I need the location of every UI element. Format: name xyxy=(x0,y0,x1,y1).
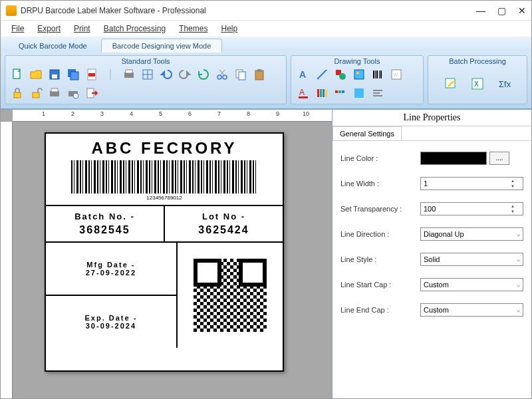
barcode-tool-icon[interactable] xyxy=(370,66,386,82)
shape-tool-icon[interactable] xyxy=(332,66,348,82)
qr-code xyxy=(194,259,267,332)
ribbon-group-label: Batch Processing xyxy=(432,57,523,66)
svg-rect-34 xyxy=(373,70,374,78)
batch-edit-icon[interactable] xyxy=(439,72,463,96)
format-icon[interactable] xyxy=(370,85,386,101)
line-style-label: Line Style : xyxy=(340,255,420,263)
line-startcap-select[interactable]: Custom⌵ xyxy=(420,278,523,291)
svg-rect-20 xyxy=(257,69,261,72)
grid-icon[interactable] xyxy=(140,66,156,82)
export-pdf-icon[interactable] xyxy=(84,66,100,82)
svg-rect-32 xyxy=(354,70,364,79)
svg-rect-45 xyxy=(323,89,325,97)
menu-print[interactable]: Print xyxy=(68,23,96,35)
batch-value: 3682545 xyxy=(49,224,161,236)
tab-general-settings[interactable]: General Settings xyxy=(332,126,402,140)
separator-icon xyxy=(102,66,118,82)
open-icon[interactable] xyxy=(28,66,44,82)
svg-rect-53 xyxy=(373,95,382,96)
canvas-area: 12345678910 ABC FECRORY 123456789012 Bat… xyxy=(1,110,332,398)
horizontal-ruler: 12345678910 xyxy=(13,110,332,122)
line-color-label: Line Color : xyxy=(340,154,420,162)
svg-text:A: A xyxy=(299,88,305,97)
lot-value: 3625424 xyxy=(168,224,280,236)
watermark-tool-icon[interactable]: W xyxy=(388,66,404,82)
save-icon[interactable] xyxy=(47,66,63,82)
menu-themes[interactable]: Themes xyxy=(174,23,213,35)
mode-tabs: Quick Barcode Mode Barcode Designing vie… xyxy=(1,37,531,53)
refresh-icon[interactable] xyxy=(196,66,211,82)
svg-rect-43 xyxy=(317,89,319,97)
properties-panel: Line Properties General Settings Line Co… xyxy=(332,110,531,398)
line-tool-icon[interactable] xyxy=(314,66,330,82)
paste-icon[interactable] xyxy=(251,66,267,82)
mfg-value: 27-09-2022 xyxy=(46,269,176,277)
svg-text:X: X xyxy=(474,80,479,88)
linear-barcode xyxy=(71,160,257,194)
tab-designing-view[interactable]: Barcode Designing view Mode xyxy=(101,39,223,53)
image-tool-icon[interactable] xyxy=(351,66,367,82)
batch-formula-icon[interactable]: Σfx xyxy=(492,72,516,96)
copy-icon[interactable] xyxy=(233,66,249,82)
app-icon xyxy=(6,5,17,16)
svg-rect-37 xyxy=(379,70,380,78)
window-title: DRPU Barcode Label Maker Software - Prof… xyxy=(21,6,476,15)
svg-text:A: A xyxy=(299,69,306,80)
new-icon[interactable] xyxy=(9,66,25,82)
unlock-icon[interactable] xyxy=(28,85,44,101)
exit-icon[interactable] xyxy=(84,85,100,101)
line-direction-select[interactable]: Diagonal Up⌵ xyxy=(420,227,523,241)
svg-rect-50 xyxy=(354,88,364,98)
menu-file[interactable]: File xyxy=(6,23,29,35)
transparency-input[interactable]: 100▲▼ xyxy=(420,202,523,215)
save-all-icon[interactable] xyxy=(65,66,81,82)
redo-icon[interactable] xyxy=(177,66,193,82)
mfg-label: Mfg Date - xyxy=(46,261,176,269)
palette-icon[interactable] xyxy=(332,85,348,101)
svg-rect-46 xyxy=(325,89,327,97)
undo-icon[interactable] xyxy=(158,66,174,82)
minimize-button[interactable]: — xyxy=(476,5,485,16)
menu-help[interactable]: Help xyxy=(215,23,243,35)
print-icon[interactable] xyxy=(121,66,137,82)
design-canvas[interactable]: ABC FECRORY 123456789012 Batch No. - 368… xyxy=(13,122,332,398)
svg-rect-47 xyxy=(335,90,338,93)
vertical-ruler xyxy=(1,122,13,398)
ribbon-group-drawing: Drawing Tools A W A xyxy=(291,55,424,104)
line-color-swatch[interactable] xyxy=(420,152,487,165)
line-endcap-select[interactable]: Custom⌵ xyxy=(420,303,523,317)
tab-quick-barcode[interactable]: Quick Barcode Mode xyxy=(7,39,98,53)
svg-rect-51 xyxy=(373,90,382,91)
print2-icon[interactable] xyxy=(47,85,63,101)
text-tool-icon[interactable]: A xyxy=(295,66,311,82)
lot-label: Lot No - xyxy=(168,211,280,221)
ribbon: Standard Tools xyxy=(1,53,531,109)
line-width-input[interactable]: 1▲▼ xyxy=(420,177,523,190)
maximize-button[interactable]: ▢ xyxy=(497,5,506,16)
ribbon-group-label: Standard Tools xyxy=(9,57,282,66)
font-color-icon[interactable]: A xyxy=(295,85,311,101)
lock-icon[interactable] xyxy=(9,85,25,101)
menu-batch[interactable]: Batch Processing xyxy=(98,23,171,35)
barcode-number: 123456789012 xyxy=(46,195,283,201)
cut-icon[interactable] xyxy=(214,66,230,82)
library-icon[interactable] xyxy=(314,85,330,101)
svg-text:Σfx: Σfx xyxy=(499,79,511,89)
svg-rect-36 xyxy=(376,70,378,78)
batch-label: Batch No. - xyxy=(49,211,161,221)
print-preview-icon[interactable] xyxy=(65,85,81,101)
batch-excel-icon[interactable]: X xyxy=(466,72,489,96)
color-picker-button[interactable]: .... xyxy=(489,152,509,165)
line-style-select[interactable]: Solid⌵ xyxy=(420,253,523,266)
close-button[interactable]: ✕ xyxy=(518,5,526,16)
label-preview[interactable]: ABC FECRORY 123456789012 Batch No. - 368… xyxy=(45,132,284,372)
svg-rect-21 xyxy=(14,92,21,98)
svg-rect-24 xyxy=(51,88,58,92)
fill-icon[interactable] xyxy=(351,85,367,101)
line-endcap-label: Line End Cap : xyxy=(340,306,420,314)
line-width-label: Line Width : xyxy=(340,180,420,188)
menu-export[interactable]: Export xyxy=(32,23,66,35)
svg-rect-18 xyxy=(239,72,245,80)
svg-rect-2 xyxy=(52,74,57,78)
properties-title: Line Properties xyxy=(332,110,531,126)
